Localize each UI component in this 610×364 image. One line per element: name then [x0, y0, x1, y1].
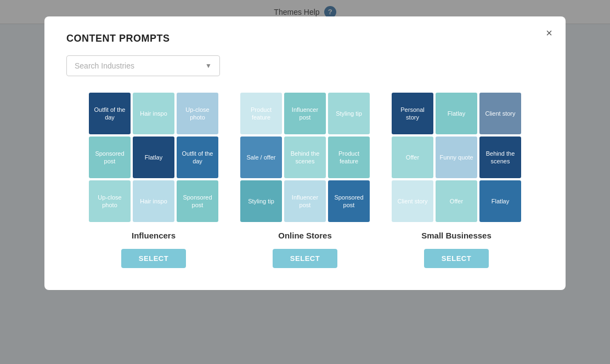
grid-cell: Influencer post [284, 180, 326, 222]
grid-cell: Outfit of the day [89, 93, 131, 134]
close-button[interactable]: × [541, 25, 557, 41]
grids-container: Outfit of the day Hair inspo Up-close ph… [66, 93, 544, 268]
influencers-title: Influencers [132, 231, 176, 240]
online-stores-grid: Product feature Influencer post Styling … [240, 93, 370, 222]
online-stores-select-button[interactable]: SELECT [273, 249, 337, 268]
small-businesses-section: Personal story Flatlay Client story Offe… [392, 93, 521, 268]
grid-cell: Outfit of the day [177, 136, 218, 178]
grid-cell: Flatlay [479, 180, 521, 222]
influencers-section: Outfit of the day Hair inspo Up-close ph… [89, 93, 218, 268]
grid-cell: Offer [436, 180, 477, 222]
grid-cell: Behind the scenes [284, 136, 326, 178]
grid-cell: Up-close photo [177, 93, 218, 134]
online-stores-section: Product feature Influencer post Styling … [240, 93, 370, 268]
grid-cell: Behind the scenes [479, 136, 521, 178]
grid-cell: Product feature [240, 93, 282, 134]
grid-cell: Client story [392, 180, 433, 222]
small-businesses-select-button[interactable]: SELECT [424, 249, 489, 268]
search-industries-dropdown[interactable]: Search Industries ▼ [66, 55, 220, 76]
chevron-down-icon: ▼ [205, 62, 212, 70]
small-businesses-grid: Personal story Flatlay Client story Offe… [392, 93, 521, 222]
grid-cell: Hair inspo [133, 180, 174, 222]
grid-cell: Offer [392, 136, 433, 178]
grid-cell: Product feature [328, 136, 370, 178]
grid-cell: Sponsored post [328, 180, 370, 222]
online-stores-title: Online Stores [278, 231, 332, 240]
grid-cell: Up-close photo [89, 180, 131, 222]
grid-cell: Influencer post [284, 93, 326, 134]
grid-cell: Client story [479, 93, 521, 134]
grid-cell: Sponsored post [177, 180, 218, 222]
grid-cell: Personal story [392, 93, 433, 134]
grid-cell: Flatlay [133, 136, 174, 178]
grid-cell: Funny quote [436, 136, 477, 178]
small-businesses-title: Small Businesses [421, 231, 492, 240]
grid-cell: Hair inspo [133, 93, 174, 134]
search-placeholder-text: Search Industries [75, 61, 134, 70]
content-prompts-modal: × CONTENT PROMPTS Search Industries ▼ Ou… [44, 16, 566, 290]
grid-cell: Styling tip [328, 93, 370, 134]
influencers-grid: Outfit of the day Hair inspo Up-close ph… [89, 93, 218, 222]
grid-cell: Styling tip [240, 180, 282, 222]
modal-overlay: × CONTENT PROMPTS Search Industries ▼ Ou… [0, 0, 610, 364]
modal-title: CONTENT PROMPTS [66, 33, 544, 44]
grid-cell: Flatlay [436, 93, 477, 134]
grid-cell: Sale / offer [240, 136, 282, 178]
grid-cell: Sponsored post [89, 136, 131, 178]
influencers-select-button[interactable]: SELECT [121, 249, 186, 268]
